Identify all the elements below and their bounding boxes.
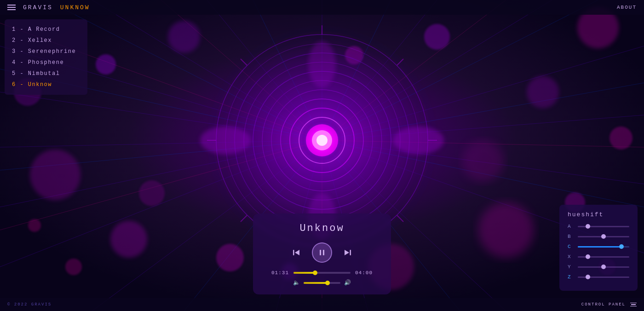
slider-label-b: B bbox=[568, 234, 573, 239]
about-button[interactable]: ABOUT bbox=[617, 5, 637, 10]
progress-fill bbox=[293, 272, 315, 274]
player-controls bbox=[271, 242, 373, 263]
current-time: 01:31 bbox=[271, 270, 289, 276]
svg-marker-83 bbox=[295, 250, 299, 255]
slider-label-y: Y bbox=[568, 264, 573, 270]
svg-point-41 bbox=[168, 21, 200, 53]
tracklist-panel: 1 - A Record 2 - Xellex 3 - Serenephrine… bbox=[5, 19, 87, 95]
slider-x[interactable] bbox=[578, 256, 629, 258]
volume-bar[interactable] bbox=[304, 282, 340, 284]
sliders-icon bbox=[630, 303, 637, 307]
player-panel: Unknow 01:31 04:00 🔈 bbox=[253, 213, 391, 294]
svg-point-53 bbox=[28, 219, 41, 232]
svg-marker-87 bbox=[345, 250, 349, 255]
svg-rect-86 bbox=[350, 250, 351, 255]
svg-rect-84 bbox=[320, 250, 321, 255]
slider-c[interactable] bbox=[578, 246, 629, 248]
svg-rect-82 bbox=[293, 250, 294, 255]
svg-point-79 bbox=[393, 127, 444, 154]
svg-point-77 bbox=[316, 135, 328, 146]
volume-high-icon: 🔊 bbox=[344, 279, 351, 286]
track-item-6[interactable]: 6 - Unknow bbox=[12, 79, 80, 90]
control-panel-label: CONTROL PANEL bbox=[581, 302, 626, 307]
track-item-5[interactable]: 5 - Nimbutal bbox=[12, 68, 80, 79]
slider-row-x: X bbox=[568, 254, 629, 259]
slider-row-a: A bbox=[568, 224, 629, 229]
progress-bar[interactable] bbox=[293, 272, 351, 274]
slider-row-y: Y bbox=[568, 264, 629, 270]
next-button[interactable] bbox=[343, 248, 352, 257]
menu-icon[interactable] bbox=[7, 5, 16, 10]
svg-point-36 bbox=[110, 221, 147, 258]
svg-point-45 bbox=[96, 54, 116, 75]
slider-y[interactable] bbox=[578, 266, 629, 268]
track-item-3[interactable]: 3 - Serenephrine bbox=[12, 46, 80, 57]
svg-point-52 bbox=[65, 259, 82, 275]
svg-point-46 bbox=[527, 76, 559, 108]
volume-row: 🔈 🔊 bbox=[271, 279, 373, 286]
hueshift-title: hueshift bbox=[568, 211, 629, 218]
slider-a[interactable] bbox=[578, 226, 629, 227]
svg-point-47 bbox=[462, 140, 504, 182]
volume-fill bbox=[304, 282, 328, 284]
logo-text: GRAVIS bbox=[23, 4, 53, 11]
topbar: GRAVIS UNKNOW ABOUT bbox=[0, 0, 644, 15]
track-item-1[interactable]: 1 - A Record bbox=[12, 24, 80, 35]
slider-row-b: B bbox=[568, 234, 629, 239]
copyright-text: © 2022 GRAVIS bbox=[7, 302, 52, 307]
logo-subtitle: UNKNOW bbox=[60, 4, 90, 11]
progress-thumb bbox=[313, 271, 317, 275]
prev-button[interactable] bbox=[292, 248, 301, 257]
total-time: 04:00 bbox=[355, 270, 373, 276]
svg-point-44 bbox=[216, 244, 244, 271]
track-item-4[interactable]: 4 - Phosphene bbox=[12, 57, 80, 68]
slider-label-c: C bbox=[568, 244, 573, 249]
track-item-2[interactable]: 2 - Xellex bbox=[12, 35, 80, 46]
svg-point-40 bbox=[610, 127, 632, 150]
control-panel-button[interactable]: CONTROL PANEL bbox=[581, 302, 637, 307]
svg-point-78 bbox=[200, 127, 251, 154]
svg-point-48 bbox=[139, 180, 165, 206]
svg-point-39 bbox=[478, 202, 534, 258]
hueshift-panel: hueshift A B C X Y bbox=[559, 205, 638, 291]
player-title: Unknow bbox=[271, 223, 373, 234]
svg-point-42 bbox=[424, 24, 450, 50]
volume-low-icon: 🔈 bbox=[293, 279, 300, 286]
progress-row: 01:31 04:00 bbox=[271, 270, 373, 276]
slider-label-x: X bbox=[568, 254, 573, 259]
slider-row-z: Z bbox=[568, 274, 629, 280]
bottombar: © 2022 GRAVIS CONTROL PANEL bbox=[0, 298, 644, 311]
svg-point-35 bbox=[30, 150, 80, 200]
slider-label-z: Z bbox=[568, 274, 573, 280]
slider-b[interactable] bbox=[578, 236, 629, 237]
slider-label-a: A bbox=[568, 224, 573, 229]
svg-rect-85 bbox=[323, 250, 324, 255]
play-pause-button[interactable] bbox=[312, 242, 332, 263]
slider-z[interactable] bbox=[578, 276, 629, 278]
svg-point-80 bbox=[308, 41, 336, 87]
slider-row-c: C bbox=[568, 244, 629, 249]
volume-thumb bbox=[325, 281, 330, 285]
topbar-left: GRAVIS UNKNOW bbox=[7, 4, 90, 11]
